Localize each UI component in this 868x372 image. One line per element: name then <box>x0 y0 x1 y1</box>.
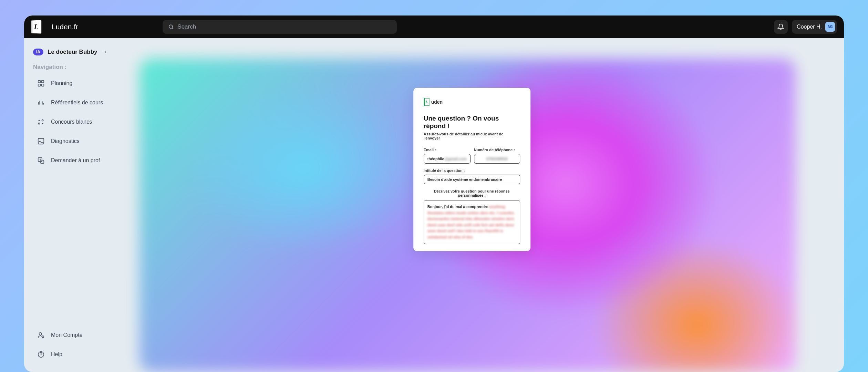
sidebar-item-diagnostics[interactable]: Diagnostics <box>33 137 131 145</box>
svg-point-0 <box>169 25 173 28</box>
sidebar-item-planning[interactable]: Planning <box>33 80 131 87</box>
image-icon <box>37 137 45 145</box>
form-logo-text: uden <box>431 99 443 105</box>
phone-field-group: Numéro de téléphone : 0760348918 <box>474 148 520 164</box>
app-logo: L <box>31 20 41 33</box>
svg-point-14 <box>42 123 43 124</box>
form-logo: L uden <box>424 98 520 106</box>
form-row-contact: Email : théophile@gmail.com Numéro de té… <box>424 148 520 164</box>
svg-rect-5 <box>42 84 44 86</box>
svg-rect-3 <box>42 81 44 83</box>
svg-point-13 <box>38 123 40 124</box>
question-title-label: Intitulé de la question : <box>424 168 520 173</box>
avatar: AG <box>825 22 835 32</box>
main-content: IA Le docteur Bubby → Navigation : Plann… <box>24 38 844 372</box>
email-field-group: Email : théophile@gmail.com <box>424 148 471 164</box>
bell-icon <box>777 23 784 30</box>
sidebar-item-label: Demander à un prof <box>51 157 100 164</box>
sidebar-item-label: Mon Compte <box>51 332 83 338</box>
sidebar-item-label: Référentiels de cours <box>51 100 103 106</box>
content-area: L uden Une question ? On vous répond ! A… <box>140 38 844 372</box>
svg-rect-15 <box>38 138 44 144</box>
sidebar-bottom: Mon Compte Help <box>33 331 131 362</box>
ai-assistant-link[interactable]: IA Le docteur Bubby → <box>33 48 131 55</box>
sidebar-item-label: Planning <box>51 80 72 86</box>
help-icon <box>37 351 45 358</box>
sidebar-item-label: Diagnostics <box>51 138 80 144</box>
search-input[interactable] <box>177 23 391 30</box>
nav-section-label: Navigation : <box>33 64 131 71</box>
describe-label: Décrivez votre question pour une réponse… <box>424 189 520 197</box>
phone-field[interactable]: 0760348918 <box>474 154 520 164</box>
email-label: Email : <box>424 148 471 152</box>
search-box[interactable] <box>163 20 397 34</box>
sidebar-item-help[interactable]: Help <box>33 351 131 358</box>
sidebar: IA Le docteur Bubby → Navigation : Plann… <box>24 38 140 372</box>
sidebar-item-label: Help <box>51 351 62 358</box>
doctor-name: Le docteur Bubby <box>48 49 97 55</box>
email-field[interactable]: théophile@gmail.com <box>424 154 471 164</box>
search-icon <box>168 24 174 30</box>
arrow-right-icon: → <box>102 48 108 55</box>
form-title: Une question ? On vous répond ! <box>424 115 520 130</box>
question-description-field[interactable]: Bonjour, j'ai du mal à comprendre anythi… <box>424 200 520 244</box>
sidebar-item-label: Concours blancs <box>51 119 92 125</box>
svg-point-19 <box>39 333 42 335</box>
ia-badge: IA <box>33 49 43 55</box>
nav-items: Planning Référentiels de cours <box>33 80 131 164</box>
search-container <box>163 20 767 34</box>
grid-icon <box>37 80 45 87</box>
user-name: Cooper H. <box>797 24 822 30</box>
question-title-group: Intitulé de la question : Besoin d'aide … <box>424 168 520 184</box>
dots-icon <box>37 118 45 126</box>
svg-rect-17 <box>41 160 44 163</box>
app-window: L Luden.fr Cooper H. AG <box>24 16 844 372</box>
svg-point-20 <box>42 336 44 338</box>
question-title-field[interactable]: Besoin d'aide système endomembranaire <box>424 175 520 184</box>
svg-point-22 <box>41 356 41 356</box>
sidebar-item-demander[interactable]: A Demander à un prof <box>33 157 131 164</box>
top-bar: L Luden.fr Cooper H. AG <box>24 16 844 38</box>
svg-text:A: A <box>39 158 41 161</box>
form-subtitle: Assurez-vous de détailler au mieux avant… <box>424 132 520 140</box>
top-right-controls: Cooper H. AG <box>774 20 837 34</box>
bars-icon <box>37 99 45 106</box>
user-menu[interactable]: Cooper H. AG <box>792 20 837 34</box>
sidebar-item-concours[interactable]: Concours blancs <box>33 118 131 126</box>
svg-point-12 <box>42 120 43 121</box>
svg-line-1 <box>172 28 173 29</box>
sidebar-item-account[interactable]: Mon Compte <box>33 331 131 339</box>
question-form-card: L uden Une question ? On vous répond ! A… <box>413 88 530 251</box>
svg-rect-2 <box>38 81 40 83</box>
phone-label: Numéro de téléphone : <box>474 148 520 152</box>
svg-point-11 <box>38 120 40 121</box>
app-title: Luden.fr <box>52 23 78 31</box>
user-icon <box>37 331 45 339</box>
svg-rect-4 <box>38 84 40 86</box>
sidebar-item-referentiels[interactable]: Référentiels de cours <box>33 99 131 106</box>
translate-icon: A <box>37 157 45 164</box>
notifications-button[interactable] <box>774 20 788 34</box>
